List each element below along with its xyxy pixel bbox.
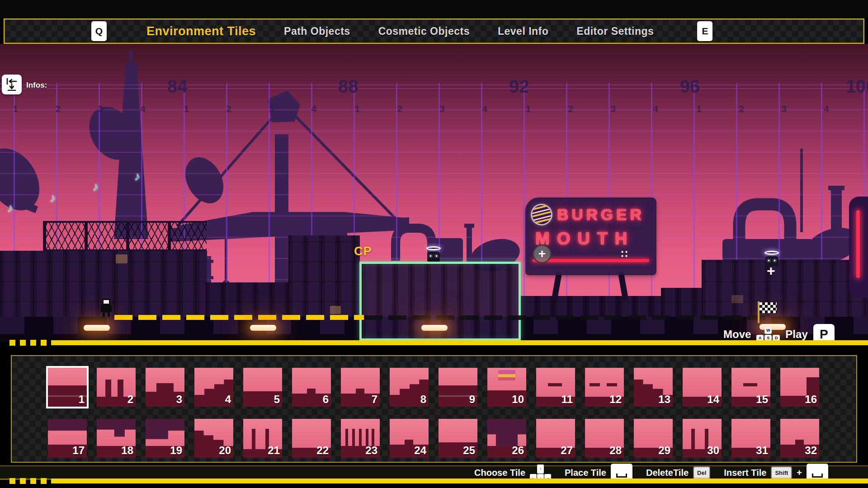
move-play-hud: Move W A S D Play P [723,324,835,342]
tile-29[interactable]: 29 [634,419,673,458]
tile-19[interactable]: 19 [146,419,184,458]
tile-5[interactable]: 5 [243,368,282,407]
ruler-minor-label: 2 [226,104,231,114]
player-character[interactable] [99,299,114,317]
rooftop-fence [43,221,207,252]
tile-8[interactable]: 8 [390,368,429,407]
add-marker-circle-icon[interactable]: + [533,244,552,263]
tab-path-objects[interactable]: Path Objects [284,25,350,38]
ruler-major-label: 92 [509,76,529,97]
del-key[interactable]: Del [693,466,710,479]
add-marker-icon[interactable]: + [767,263,775,278]
level-viewport[interactable]: 801234841234881234921234961234100 Infos:… [0,44,868,342]
tile-20[interactable]: 20 [194,419,233,458]
tile-7[interactable]: 7 [341,368,380,407]
tile-3[interactable]: 3 [146,368,184,407]
music-note-icon: ♪ [134,169,141,183]
sign-text-line2: MOUTH [535,229,651,249]
sign-neon-strip [533,259,649,262]
tile-number: 1 [79,393,85,406]
tile-number: 17 [72,444,85,457]
robot-npc[interactable] [425,247,442,263]
tile-number: 13 [658,393,670,406]
music-note-icon: ♪ [50,191,56,205]
tile-30[interactable]: 30 [683,419,722,458]
neon-sign-right-edge [849,197,868,298]
street-light [421,325,448,331]
tile-4[interactable]: 4 [194,368,233,407]
tab-editor-settings[interactable]: Editor Settings [576,25,654,38]
tile-22[interactable]: 22 [292,419,331,458]
hotkey-p[interactable]: P [813,324,835,342]
tile-number: 25 [463,444,475,457]
tile-number: 9 [469,393,475,406]
tile-16[interactable]: 16 [780,368,819,407]
ruler-minor-label: 4 [140,104,145,114]
tile-number: 26 [512,444,524,457]
tile-13[interactable]: 13 [634,368,673,407]
divider-bottom [0,478,868,484]
tile-number: 14 [707,393,719,406]
path-line-inactive [364,315,766,320]
tile-number: 24 [414,444,426,457]
tiles-grid: 1234567891011121314151617181920212223242… [48,368,819,458]
delete-tile-control: DeleteTile Del [646,466,710,479]
tile-23[interactable]: 23 [341,419,380,458]
tab-environment-tiles[interactable]: Environment Tiles [146,24,256,38]
tile-6[interactable]: 6 [292,368,331,407]
key-up[interactable]: ↑ [537,465,544,474]
tile-number: 10 [512,393,524,406]
key-w[interactable]: W [764,327,772,334]
tile-25[interactable]: 25 [439,419,477,458]
tile-17[interactable]: 17 [48,419,87,458]
tile-15[interactable]: 15 [731,368,770,407]
delete-tile-label: DeleteTile [646,468,689,478]
ruler-minor-label: 1 [696,104,701,114]
finish-flag[interactable] [760,302,777,313]
tile-number: 32 [805,444,817,457]
tile-9[interactable]: 9 [439,368,477,407]
tile-24[interactable]: 24 [390,419,429,458]
tile-number: 15 [756,393,768,406]
tile-number: 28 [609,444,622,457]
lit-window [330,306,341,314]
tile-number: 6 [323,393,329,406]
music-note-icon: ♪ [7,201,14,215]
tile-27[interactable]: 27 [536,419,575,458]
tile-26[interactable]: 26 [487,419,526,458]
tile-28[interactable]: 28 [585,419,624,458]
tile-10[interactable]: 10 [487,368,526,407]
tile-number: 23 [365,444,377,457]
street-light [250,325,276,331]
hotkey-q[interactable]: Q [91,21,107,41]
tile-11[interactable]: 11 [536,368,575,407]
tile-31[interactable]: 31 [731,419,770,458]
tile-number: 31 [756,444,768,457]
hotkey-e[interactable]: E [697,21,712,41]
tile-number: 4 [225,393,231,406]
ruler-minor-label: 4 [311,104,316,114]
tile-1[interactable]: 1 [48,368,87,407]
tile-14[interactable]: 14 [683,368,722,407]
tile-number: 21 [268,444,280,457]
tile-21[interactable]: 21 [243,419,282,458]
tile-number: 3 [176,393,182,406]
ruler-minor-label: 1 [525,104,530,114]
ruler-minor-label: 4 [653,104,658,114]
tile-number: 5 [274,393,280,406]
ruler-minor-label: 2 [568,104,573,114]
tile-18[interactable]: 18 [97,419,136,458]
dots-marker-icon[interactable] [620,250,628,258]
burger-icon [528,202,555,228]
tab-level-info[interactable]: Level Info [498,25,548,38]
infos-button[interactable] [2,75,22,94]
tile-12[interactable]: 12 [585,368,624,407]
tile-number: 19 [170,444,182,457]
tile-2[interactable]: 2 [97,368,136,407]
editor-tab-bar: Q Environment TilesPath ObjectsCosmetic … [4,19,864,44]
tab-cosmetic-objects[interactable]: Cosmetic Objects [378,25,470,38]
move-label: Move [723,328,751,341]
ruler-major-label: 88 [338,76,359,97]
tile-32[interactable]: 32 [780,419,819,458]
shift-key[interactable]: Shift [771,466,792,479]
